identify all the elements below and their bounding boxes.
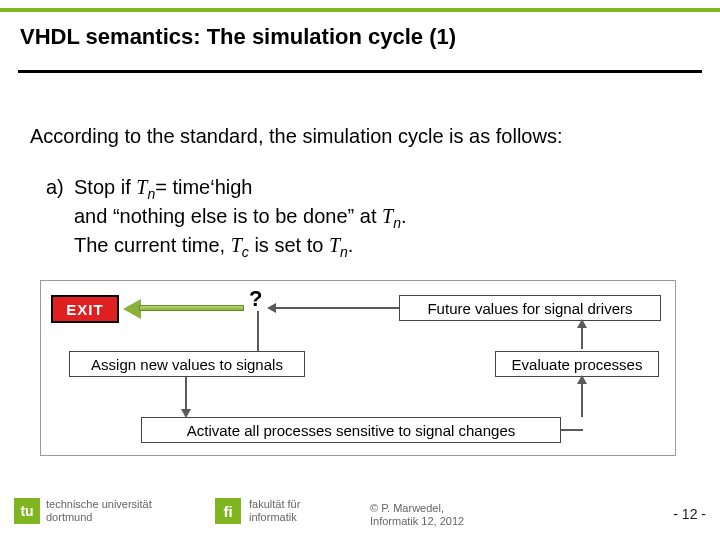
title-underline: [18, 70, 702, 73]
fi-line2: informatik: [249, 511, 300, 524]
node-activate: Activate all processes sensitive to sign…: [141, 417, 561, 443]
sub-n: n: [340, 244, 348, 260]
arrowhead-evaluate-up: [577, 375, 587, 384]
tu-line1: technische universität: [46, 498, 152, 511]
txt: = time‘high: [155, 176, 252, 198]
item-body: Stop if Tn= time‘high and “nothing else …: [74, 175, 654, 262]
node-label: Future values for signal drivers: [427, 300, 632, 317]
line-assign-down: [185, 377, 187, 411]
accent-bar: [0, 8, 720, 12]
line-q-future: [271, 307, 399, 309]
item-marker: a): [46, 175, 74, 201]
tu-text: technische universität dortmund: [46, 498, 152, 523]
node-label: Evaluate processes: [512, 356, 643, 373]
slide-title: VHDL semantics: The simulation cycle (1): [20, 24, 456, 50]
page-number: - 12 -: [673, 506, 706, 522]
arrowhead-from-future: [267, 303, 276, 313]
copy-line1: © P. Marwedel,: [370, 502, 464, 515]
var-tc: T: [231, 234, 242, 256]
var-tn: T: [329, 234, 340, 256]
sub-c: c: [242, 244, 249, 260]
arrowhead-future-up: [577, 319, 587, 328]
decision-q: ?: [249, 286, 262, 312]
line-activate-right: [561, 429, 583, 431]
tu-logo: tu technische universität dortmund: [14, 498, 152, 524]
footer: tu technische universität dortmund fi fa…: [0, 492, 720, 540]
intro-text: According to the standard, the simulatio…: [30, 125, 562, 148]
txt: .: [348, 234, 354, 256]
txt: and “nothing else is to be done” at: [74, 205, 382, 227]
sub-n: n: [393, 215, 401, 231]
node-future: Future values for signal drivers: [399, 295, 661, 321]
var-tn: T: [382, 205, 393, 227]
tu-line2: dortmund: [46, 511, 152, 524]
fi-text: fakultät für informatik: [249, 498, 300, 523]
node-label: Activate all processes sensitive to sign…: [187, 422, 516, 439]
txt: .: [401, 205, 407, 227]
var-tn: T: [136, 176, 147, 198]
fi-line1: fakultät für: [249, 498, 300, 511]
tu-logo-square: tu: [14, 498, 40, 524]
node-label: Assign new values to signals: [91, 356, 283, 373]
arrow-exit-body: [139, 305, 244, 311]
copyright: © P. Marwedel, Informatik 12, 2012: [370, 502, 464, 528]
line-q-down: [257, 311, 259, 353]
fi-logo: fi fakultät für informatik: [215, 498, 300, 524]
txt: is set to: [249, 234, 329, 256]
list-item-a: a) Stop if Tn= time‘high and “nothing el…: [46, 175, 686, 262]
node-evaluate: Evaluate processes: [495, 351, 659, 377]
exit-box: EXIT: [51, 295, 119, 323]
txt: The current time,: [74, 234, 231, 256]
node-assign: Assign new values to signals: [69, 351, 305, 377]
txt: Stop if: [74, 176, 136, 198]
fi-logo-square: fi: [215, 498, 241, 524]
cycle-diagram: EXIT ? Future values for signal drivers …: [40, 280, 676, 456]
copy-line2: Informatik 12, 2012: [370, 515, 464, 528]
